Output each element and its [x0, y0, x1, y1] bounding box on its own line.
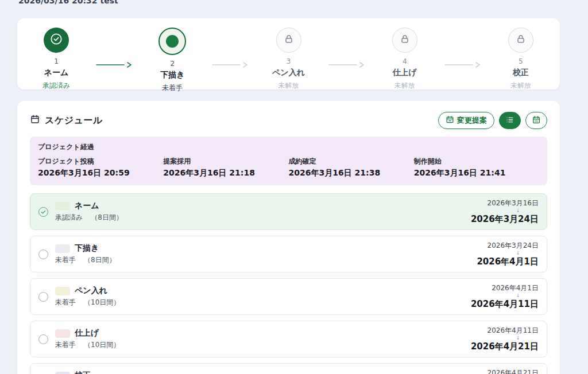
arrow-right-icon	[95, 60, 133, 71]
current-step-dot-icon	[166, 35, 179, 48]
phase-name: 校正	[75, 371, 91, 374]
phase-info: 仕上げ 未着手 （10日間）	[55, 328, 120, 350]
milestone-label: プロジェクト投稿	[38, 157, 163, 166]
check-circle-icon	[49, 32, 64, 49]
list-view-button[interactable]	[499, 112, 521, 129]
arrow-down-icon: ↓	[471, 208, 520, 213]
phase-row-penire[interactable]: ペン入れ 未着手 （10日間） 2026年4月1日 ↓ 2026年4月11日	[30, 278, 547, 315]
step-penire[interactable]: 3 ペン入れ 未解放	[249, 28, 327, 91]
phase-list: ネーム 承認済み （8日間） 2026年3月16日 ↓ 2026年3月24日 下…	[30, 193, 547, 374]
milestone: 制作開始 2026年3月16日 21:41	[414, 157, 539, 178]
phase-start-date: 2026年4月21日	[471, 368, 539, 374]
change-proposal-button[interactable]: 変更提案	[438, 112, 494, 129]
step-number: 2	[170, 60, 175, 68]
step-1-circle	[44, 28, 69, 53]
empty-circle-icon	[38, 250, 48, 259]
phase-dates: 2026年3月16日 ↓ 2026年3月24日	[471, 198, 539, 225]
phase-info: 校正 未着手 （4日間）	[55, 371, 116, 374]
milestone-label: 制作開始	[414, 157, 539, 166]
step-label: 校正	[513, 68, 529, 78]
phase-row-name[interactable]: ネーム 承認済み （8日間） 2026年3月16日 ↓ 2026年3月24日	[30, 193, 547, 230]
phase-dates: 2026年3月24日 ↓ 2026年4月1日	[477, 241, 539, 267]
milestone-datetime: 2026年3月16日 20:59	[38, 168, 163, 178]
milestone-label: 成約確定	[289, 157, 414, 166]
step-2-circle	[158, 28, 186, 55]
step-status: 未着手	[162, 83, 183, 93]
step-number: 3	[287, 57, 291, 65]
lock-icon	[515, 33, 527, 47]
phase-end-date: 2026年3月24日	[471, 214, 539, 225]
step-status: 未解放	[510, 81, 531, 91]
empty-circle-icon	[38, 292, 48, 302]
milestone-datetime: 2026年3月16日 21:41	[414, 168, 539, 178]
phase-name: ネーム	[75, 201, 99, 211]
empty-circle-icon	[38, 334, 48, 344]
step-shiage[interactable]: 4 仕上げ 未解放	[366, 28, 444, 91]
phase-row-kousei[interactable]: 校正 未着手 （4日間） 2026年4月21日 ↓ 2026年4月25日	[30, 363, 547, 374]
step-label: ペン入れ	[272, 68, 305, 78]
arrow-down-icon: ↓	[477, 251, 520, 255]
step-3-circle	[276, 28, 301, 53]
phase-color-chip	[55, 287, 70, 295]
calendar-grid-icon	[532, 115, 541, 126]
step-status: 承認済み	[42, 81, 70, 91]
milestone-label: 提案採用	[163, 157, 288, 166]
change-proposal-label: 変更提案	[457, 115, 487, 126]
milestone-datetime: 2026年3月16日 21:18	[163, 168, 288, 178]
phase-end-date: 2026年4月11日	[471, 299, 539, 310]
phase-color-chip	[55, 372, 70, 374]
phase-status: 未着手	[55, 298, 76, 307]
milestone: プロジェクト投稿 2026年3月16日 20:59	[38, 157, 163, 178]
phase-name: ペン入れ	[75, 286, 107, 296]
step-status: 未解放	[394, 81, 415, 91]
phase-duration: （10日間）	[84, 298, 120, 307]
step-label: ネーム	[44, 68, 69, 78]
step-shitagaki[interactable]: 2 下描き 未着手	[133, 28, 211, 93]
step-number: 4	[403, 57, 407, 65]
lock-icon	[399, 33, 411, 47]
phase-status: 承認済み	[55, 213, 83, 223]
phase-duration: （10日間）	[84, 340, 120, 350]
page-top-note: 2026/03/16 20:32 test	[18, 0, 118, 5]
step-5-circle	[508, 28, 533, 53]
step-status: 未解放	[278, 81, 299, 91]
phase-dates: 2026年4月21日 ↓ 2026年4月25日	[471, 368, 539, 374]
step-kousei[interactable]: 5 校正 未解放	[482, 28, 560, 91]
schedule-header: スケジュール 変更提案	[30, 109, 547, 132]
phase-row-shiage[interactable]: 仕上げ 未着手 （10日間） 2026年4月11日 ↓ 2026年4月21日	[30, 321, 547, 357]
calendar-edit-icon	[446, 115, 454, 126]
phase-name: 仕上げ	[75, 328, 99, 338]
phase-status: 未着手	[55, 340, 76, 350]
milestone: 提案採用 2026年3月16日 21:18	[163, 157, 288, 178]
phase-info: 下描き 未着手 （8日間）	[55, 243, 116, 265]
step-label: 仕上げ	[393, 68, 417, 78]
list-icon	[505, 115, 514, 126]
arrow-right-icon	[211, 60, 249, 71]
phase-info: ネーム 承認済み （8日間）	[55, 201, 123, 223]
project-progress-banner: プロジェクト経過 プロジェクト投稿 2026年3月16日 20:59 提案採用 …	[30, 137, 547, 185]
schedule-title: スケジュール	[45, 115, 103, 127]
arrow-right-icon	[328, 60, 366, 71]
workflow-stepper: 1 ネーム 承認済み 2 下描き 未着手 3 ペン入れ 未解放	[17, 18, 560, 89]
step-name[interactable]: 1 ネーム 承認済み	[17, 28, 95, 91]
phase-color-chip	[55, 202, 70, 211]
calendar-view-button[interactable]	[525, 112, 547, 129]
schedule-panel: スケジュール 変更提案 プロジェクト経過 プ	[17, 101, 560, 374]
phase-row-shitagaki[interactable]: 下描き 未着手 （8日間） 2026年3月24日 ↓ 2026年4月1日	[30, 236, 547, 272]
milestone: 成約確定 2026年3月16日 21:38	[289, 157, 414, 178]
phase-end-date: 2026年4月1日	[477, 256, 539, 267]
calendar-icon	[30, 114, 40, 127]
phase-start-date: 2026年3月24日	[477, 241, 539, 251]
arrow-down-icon: ↓	[471, 336, 520, 340]
banner-title: プロジェクト経過	[38, 142, 539, 152]
step-4-circle	[392, 28, 417, 53]
phase-info: ペン入れ 未着手 （10日間）	[55, 286, 120, 307]
check-circle-icon	[38, 207, 48, 217]
phase-start-date: 2026年3月16日	[471, 198, 539, 208]
phase-duration: （8日間）	[91, 213, 123, 223]
schedule-actions: 変更提案	[438, 112, 547, 129]
phase-name: 下描き	[75, 243, 99, 254]
milestone-datetime: 2026年3月16日 21:38	[289, 168, 414, 178]
phase-duration: （8日間）	[84, 255, 116, 265]
phase-end-date: 2026年4月21日	[471, 341, 539, 352]
